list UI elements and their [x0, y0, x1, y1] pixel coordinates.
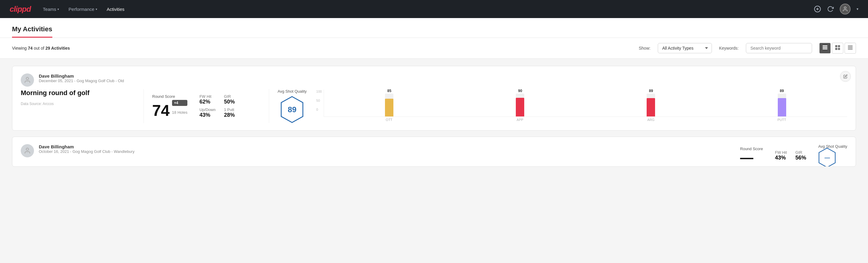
svg-rect-13: [848, 48, 852, 49]
svg-rect-11: [848, 46, 852, 46]
svg-rect-4: [823, 46, 828, 46]
gir-value: 50%: [224, 99, 240, 105]
card-left: Morning round of golf Data Source: Arcco…: [21, 89, 135, 123]
svg-rect-14: [848, 49, 852, 50]
hexagon-container: 89: [278, 96, 307, 123]
filter-bar: Viewing 74 out of 29 Activities Show: Al…: [0, 38, 868, 59]
avatar-2: [21, 144, 34, 157]
card2-header: Dave Billingham October 16, 2021 - Gog M…: [21, 144, 847, 167]
gir-label: GIR: [224, 94, 240, 99]
card2-gir-value: 56%: [795, 155, 806, 161]
1putt-value: 28%: [224, 112, 240, 118]
refresh-button[interactable]: [827, 6, 834, 12]
svg-rect-8: [838, 45, 840, 47]
svg-rect-6: [823, 49, 828, 49]
search-input[interactable]: [746, 43, 812, 53]
card2-fw-value: 43%: [775, 155, 787, 161]
grid-view-button[interactable]: [832, 43, 843, 54]
show-label: Show:: [639, 46, 651, 51]
svg-rect-10: [838, 48, 840, 50]
list-view-button[interactable]: [819, 43, 831, 54]
bar-putt-track: [778, 94, 786, 116]
activity-type-select[interactable]: All Activity Types Round Practice Lesson: [658, 43, 712, 53]
score-badge: +4: [172, 100, 187, 106]
bar-app: 90: [457, 89, 583, 116]
round-score-value: 74 +4 18 Holes: [152, 100, 187, 118]
bar-x-ott: OTT: [326, 118, 452, 122]
card-activity-title: Morning round of golf: [21, 89, 135, 97]
card-stats: Round Score 74 +4 18 Holes FW Hit 62%: [152, 89, 260, 123]
edit-button[interactable]: [840, 71, 851, 82]
svg-rect-12: [848, 47, 852, 47]
card-user-info: Dave Billingham December 05, 2021 - Gog …: [39, 74, 124, 83]
bar-x-arg: ARG: [588, 118, 714, 122]
add-button[interactable]: [814, 5, 821, 12]
card-body: Morning round of golf Data Source: Arcco…: [21, 89, 847, 123]
bar-arg-value: 89: [649, 89, 653, 93]
performance-chevron-icon: ▾: [96, 7, 97, 11]
card2-fw-label: FW Hit: [775, 150, 787, 155]
divider: [144, 89, 144, 123]
round-score-block: Round Score 74 +4 18 Holes: [152, 94, 187, 118]
svg-rect-5: [823, 47, 828, 48]
bar-x-labels: OTT APP ARG PUTT: [323, 117, 847, 123]
bar-arg-fill: [647, 98, 655, 116]
bar-app-track: [516, 94, 524, 116]
stat-updown: Up/Down 43%: [199, 108, 215, 118]
bar-ott-value: 85: [388, 89, 391, 93]
stat-grid: FW Hit 62% GIR 50% Up/Down 43% 1 Putt 28…: [199, 94, 240, 118]
keywords-label: Keywords:: [719, 46, 739, 51]
navbar: clippd Teams ▾ Performance ▾ Activities: [0, 0, 868, 18]
card-user-name: Dave Billingham: [39, 74, 124, 79]
card2-user-name: Dave Billingham: [39, 144, 134, 149]
bar-putt: 89: [719, 89, 845, 116]
avatar: [21, 74, 34, 87]
avg-shot-section: Avg Shot Quality 89 0: [278, 89, 847, 123]
avg-shot-label: Avg Shot Quality: [278, 89, 307, 94]
card-data-source: Data Source: Arccos: [21, 102, 135, 106]
user-chevron-icon: ▾: [857, 7, 858, 11]
viewing-text: Viewing 74 out of 29 Activities: [12, 46, 70, 51]
card2-score: —: [740, 151, 753, 164]
nav-item-activities[interactable]: Activities: [107, 7, 125, 12]
logo[interactable]: clippd: [10, 4, 31, 14]
svg-point-15: [26, 77, 29, 80]
bar-app-fill: [516, 98, 524, 116]
chart-y-axis: 0 50 100: [316, 90, 323, 117]
navbar-right: ▾: [814, 4, 858, 14]
stat-gir: GIR 50%: [224, 94, 240, 105]
round-score-label: Round Score: [152, 94, 175, 99]
user-avatar[interactable]: [840, 4, 850, 14]
card2-user-info: Dave Billingham October 16, 2021 - Gog M…: [39, 144, 134, 154]
bar-ott-track: [385, 94, 394, 116]
fw-hit-value: 62%: [199, 99, 215, 105]
stat-1putt: 1 Putt 28%: [224, 108, 240, 118]
1putt-label: 1 Putt: [224, 108, 240, 112]
fw-hit-label: FW Hit: [199, 94, 215, 99]
card-header: Dave Billingham December 05, 2021 - Gog …: [21, 74, 847, 87]
card2-hexagon: —: [818, 149, 836, 167]
bar-arg-track: [647, 94, 655, 116]
card-user-meta: December 05, 2021 - Gog Magog Golf Club …: [39, 79, 124, 83]
divider2: [269, 89, 269, 123]
score-number: 74: [152, 103, 169, 118]
hexagon: 89: [280, 96, 304, 123]
bar-x-app: APP: [457, 118, 583, 122]
svg-point-17: [26, 148, 29, 150]
bar-ott-fill: [385, 99, 394, 116]
activities-list: Dave Billingham December 05, 2021 - Gog …: [0, 59, 868, 180]
activity-card: Dave Billingham December 05, 2021 - Gog …: [12, 66, 856, 130]
activity-card-2: Dave Billingham October 16, 2021 - Gog M…: [12, 137, 856, 167]
avg-shot-value: 89: [288, 105, 297, 114]
compact-view-button[interactable]: [844, 43, 856, 54]
stat-fw-hit: FW Hit 62%: [199, 94, 215, 105]
nav-items: Teams ▾ Performance ▾ Activities: [43, 7, 125, 12]
updown-value: 43%: [199, 112, 215, 118]
bar-app-value: 90: [518, 89, 522, 93]
nav-item-teams[interactable]: Teams ▾: [43, 7, 59, 12]
bar-ott: 85: [326, 89, 452, 116]
bar-putt-value: 89: [780, 89, 784, 93]
page-title: My Activities: [12, 25, 52, 38]
bar-chart: 0 50 100 85: [316, 90, 847, 123]
nav-item-performance[interactable]: Performance ▾: [69, 7, 97, 12]
